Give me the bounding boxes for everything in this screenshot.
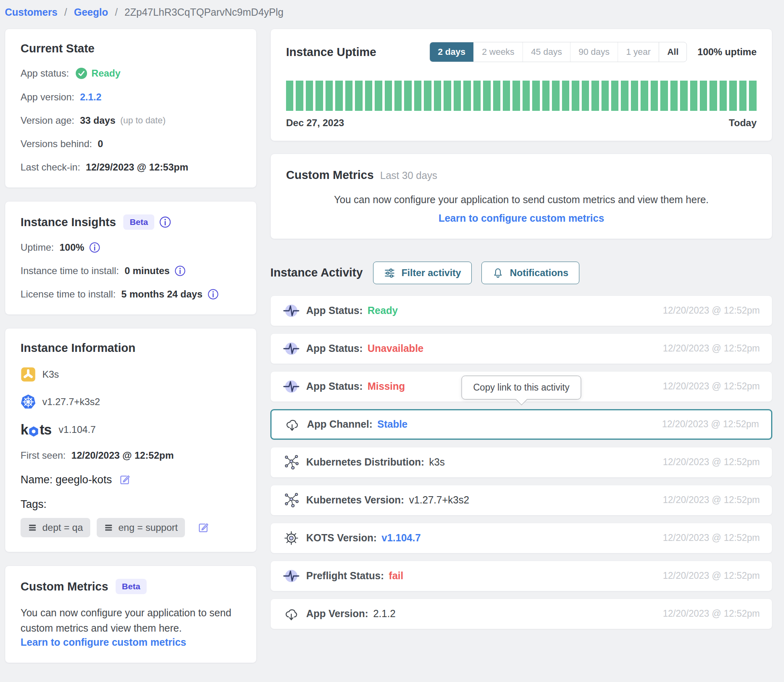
activity-timestamp: 12/20/2023 @ 12:52pm xyxy=(662,419,759,430)
versions-behind-value: 0 xyxy=(97,138,103,150)
activity-pulse-icon xyxy=(283,568,300,584)
activity-row[interactable]: App Channel:Stable12/20/2023 @ 12:52pm xyxy=(270,409,772,440)
uptime-bar xyxy=(512,81,520,111)
breadcrumb-separator: / xyxy=(64,6,67,18)
cloud-download-icon xyxy=(284,417,301,432)
edit-icon[interactable] xyxy=(118,473,131,486)
filter-activity-button[interactable]: Filter activity xyxy=(373,262,472,284)
activity-row[interactable]: Kubernetes Distribution:k3s12/20/2023 @ … xyxy=(270,447,772,478)
activity-row-wrap: App Status:Unavailable12/20/2023 @ 12:52… xyxy=(270,333,772,364)
uptime-bar xyxy=(483,81,490,111)
uptime-bar xyxy=(296,81,303,111)
info-icon[interactable] xyxy=(207,289,219,300)
uptime-bar xyxy=(641,81,648,111)
uptime-range-2-weeks[interactable]: 2 weeks xyxy=(473,42,523,62)
instance-activity-title: Instance Activity xyxy=(270,266,363,279)
activity-pulse-icon xyxy=(283,303,300,319)
distribution-value: K3s xyxy=(42,369,59,380)
uptime-bar xyxy=(651,81,658,111)
uptime-bar xyxy=(572,81,579,111)
activity-value[interactable]: v1.104.7 xyxy=(382,532,421,544)
uptime-row: Uptime: 100% xyxy=(21,242,241,253)
uptime-bar xyxy=(611,81,618,111)
info-icon[interactable] xyxy=(89,242,100,253)
uptime-range-45-days[interactable]: 45 days xyxy=(523,42,570,62)
first-seen-row: First seen: 12/20/2023 @ 12:52pm xyxy=(21,450,241,461)
notifications-button[interactable]: Notifications xyxy=(481,262,579,284)
k3s-logo-icon xyxy=(21,367,36,382)
app-status-value: Ready xyxy=(91,68,120,79)
activity-timestamp: 12/20/2023 @ 12:52pm xyxy=(663,305,760,316)
breadcrumb-link-customer[interactable]: Geeglo xyxy=(74,6,108,18)
tag-pill: dept = qa xyxy=(21,518,90,537)
first-seen-value: 12/20/2023 @ 12:52pm xyxy=(71,450,174,461)
custom-metrics-card-left: Custom Metrics Beta You can now configur… xyxy=(5,566,257,663)
current-state-card: Current State App status: Ready App vers… xyxy=(5,29,257,188)
beta-badge: Beta xyxy=(123,214,155,230)
columns: Current State App status: Ready App vers… xyxy=(5,29,772,663)
license-time-to-install-row: License time to install: 5 months 24 day… xyxy=(21,289,241,300)
activity-timestamp: 12/20/2023 @ 12:52pm xyxy=(663,457,760,468)
uptime-bar xyxy=(335,81,342,111)
kots-logo: kts xyxy=(21,422,52,438)
distribution-row: K3s xyxy=(21,367,241,382)
uptime-bar xyxy=(532,81,539,111)
uptime-bar xyxy=(493,81,500,111)
activity-row[interactable]: Preflight Status:fail12/20/2023 @ 12:52p… xyxy=(270,561,772,591)
instance-information-card: Instance Information K3s v1.27.7+k3s2 kt… xyxy=(5,328,257,552)
info-icon[interactable] xyxy=(174,265,186,277)
configure-custom-metrics-link[interactable]: Learn to configure custom metrics xyxy=(21,636,186,648)
kubernetes-version-value: v1.27.7+k3s2 xyxy=(42,396,100,408)
activity-row[interactable]: Kubernetes Version:v1.27.7+k3s212/20/202… xyxy=(270,485,772,516)
uptime-range-all[interactable]: All xyxy=(659,42,687,62)
cloud-download-icon xyxy=(283,606,300,622)
instance-name-value: geeglo-kots xyxy=(56,474,112,486)
activity-value: Unavailable xyxy=(367,343,423,354)
breadcrumb-link-customers[interactable]: Customers xyxy=(5,6,58,18)
info-icon[interactable] xyxy=(159,216,171,228)
uptime-bar xyxy=(562,81,569,111)
activity-row[interactable]: App Status:Unavailable12/20/2023 @ 12:52… xyxy=(270,333,772,364)
instance-activity-header: Instance Activity Filter activity Notifi… xyxy=(270,262,772,284)
uptime-range-2-days[interactable]: 2 days xyxy=(430,42,474,62)
uptime-bar xyxy=(454,81,461,111)
configure-custom-metrics-link[interactable]: Learn to configure custom metrics xyxy=(438,212,604,224)
activity-value: v1.27.7+k3s2 xyxy=(409,494,469,506)
uptime-range-1-year[interactable]: 1 year xyxy=(618,42,659,62)
breadcrumb-instance-id: 2Zp47LhR3CqTQParvNc9mD4yPlg xyxy=(124,6,284,18)
uptime-bar xyxy=(503,81,510,111)
activity-value[interactable]: Stable xyxy=(377,418,408,430)
current-state-title: Current State xyxy=(21,42,241,55)
uptime-bar xyxy=(315,81,323,111)
activity-timestamp: 12/20/2023 @ 12:52pm xyxy=(663,343,760,354)
uptime-bar xyxy=(385,81,392,111)
edit-icon[interactable] xyxy=(197,521,210,534)
version-age-row: Version age: 33 days (up to date) xyxy=(21,115,241,126)
last-checkin-row: Last check-in: 12/29/2023 @ 12:53pm xyxy=(21,162,241,173)
filter-sliders-icon xyxy=(384,267,395,279)
instance-activity-list: App Status:Ready12/20/2023 @ 12:52pmApp … xyxy=(270,295,772,636)
activity-row[interactable]: App Version:2.1.212/20/2023 @ 12:52pm xyxy=(270,599,772,629)
activity-value: k3s xyxy=(429,456,445,468)
instance-insights-title: Instance Insights xyxy=(21,216,116,229)
activity-label: App Status: xyxy=(306,305,363,316)
activity-value: 2.1.2 xyxy=(373,608,396,620)
check-circle-icon xyxy=(75,67,87,79)
kots-version-row: kts v1.104.7 xyxy=(21,422,241,438)
versions-behind-row: Versions behind: 0 xyxy=(21,138,241,150)
activity-label: App Channel: xyxy=(307,418,373,430)
uptime-bar xyxy=(434,81,441,111)
ship-wheel-icon xyxy=(283,531,300,545)
custom-metrics-left-title: Custom Metrics xyxy=(21,580,108,593)
uptime-bar xyxy=(424,81,431,111)
uptime-range-90-days[interactable]: 90 days xyxy=(570,42,618,62)
license-time-to-install-value: 5 months 24 days xyxy=(121,289,202,300)
activity-row-wrap: Kubernetes Version:v1.27.7+k3s212/20/202… xyxy=(270,485,772,516)
activity-row[interactable]: KOTS Version:v1.104.712/20/2023 @ 12:52p… xyxy=(270,523,772,553)
app-version-value[interactable]: 2.1.2 xyxy=(80,91,101,103)
activity-value: Missing xyxy=(367,381,405,392)
activity-timestamp: 12/20/2023 @ 12:52pm xyxy=(663,495,760,505)
activity-row[interactable]: App Status:Ready12/20/2023 @ 12:52pm xyxy=(270,295,772,326)
instance-time-to-install-value: 0 minutes xyxy=(124,265,170,277)
activity-label: App Version: xyxy=(306,608,368,620)
